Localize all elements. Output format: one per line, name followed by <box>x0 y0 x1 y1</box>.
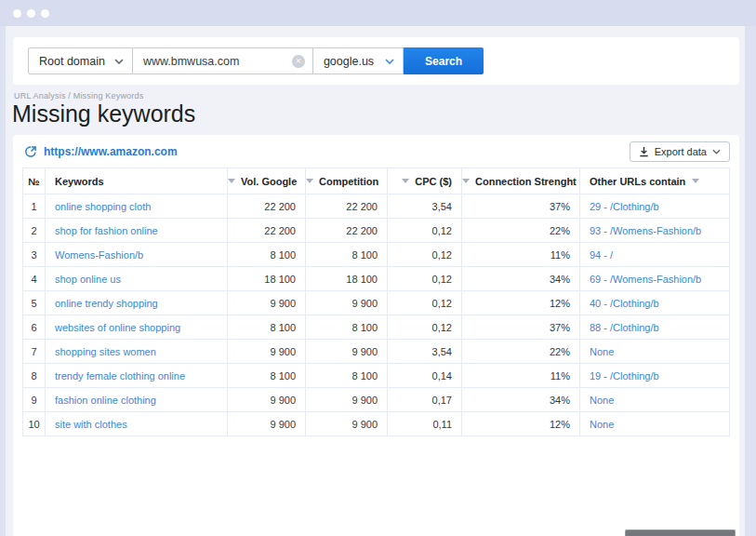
cell-other-urls-link[interactable]: None <box>580 340 730 364</box>
analyzed-url-link[interactable]: https://www.amazon.com <box>24 145 178 158</box>
scope-select[interactable]: Root domain <box>28 47 133 74</box>
cell-keyword-link[interactable]: site with clothes <box>46 412 228 436</box>
cell-cpc: 0,12 <box>388 315 462 340</box>
results-panel: https://www.amazon.com Export data № Key… <box>13 135 739 536</box>
cell-vol-google: 18 100 <box>228 267 306 291</box>
chevron-down-icon <box>114 59 124 64</box>
cell-keyword-link[interactable]: fashion online clothing <box>46 388 228 412</box>
screen-overlay-bar <box>625 529 736 536</box>
search-button[interactable]: Search <box>404 47 484 74</box>
cell-keyword-link[interactable]: shop for fashion online <box>46 219 228 243</box>
cell-cpc: 0,12 <box>388 267 462 291</box>
cell-number: 6 <box>23 315 46 340</box>
cell-competition: 22 200 <box>306 219 388 243</box>
cell-number: 9 <box>23 388 46 412</box>
export-data-button[interactable]: Export data <box>630 141 730 162</box>
table-row: 6 websites of online shopping 8 100 8 10… <box>23 315 730 340</box>
cell-other-urls-link[interactable]: 88 - /Clothing/b <box>580 315 730 340</box>
cell-vol-google: 8 100 <box>228 315 306 340</box>
header-number: № <box>23 168 46 194</box>
chevron-down-icon <box>712 149 721 154</box>
cell-number: 5 <box>23 291 46 315</box>
cell-competition: 9 900 <box>306 388 388 412</box>
sort-icon <box>462 179 470 183</box>
cell-competition: 8 100 <box>306 364 388 388</box>
cell-connection-strength: 11% <box>462 364 580 388</box>
cell-vol-google: 9 900 <box>228 340 306 364</box>
header-label: Connection Strenght <box>475 176 577 187</box>
cell-vol-google: 8 100 <box>228 243 306 267</box>
cell-vol-google: 9 900 <box>228 388 306 412</box>
table-row: 4 shop online us 18 100 18 100 0,12 34% … <box>23 267 730 291</box>
breadcrumb[interactable]: URL Analysis / Missing Keywords <box>14 91 143 100</box>
cell-other-urls-link[interactable]: None <box>580 388 730 412</box>
cell-cpc: 0,12 <box>388 219 462 243</box>
cell-connection-strength: 12% <box>462 291 580 315</box>
header-competition[interactable]: Competition <box>306 168 388 194</box>
page-content: Root domain × google.us Search URL Analy… <box>6 26 745 536</box>
cell-keyword-link[interactable]: Womens-Fashion/b <box>46 243 228 267</box>
analyzed-url-text: https://www.amazon.com <box>44 145 178 158</box>
cell-cpc: 3,54 <box>388 194 462 219</box>
external-link-icon <box>24 145 37 158</box>
cell-number: 3 <box>23 243 46 267</box>
header-label: Competition <box>319 176 378 187</box>
cell-other-urls-link[interactable]: 93 - /Womens-Fashion/b <box>580 219 730 243</box>
sort-icon <box>306 179 313 183</box>
cell-other-urls-link[interactable]: 94 - / <box>580 243 730 267</box>
cell-other-urls-link[interactable]: 40 - /Clothing/b <box>580 291 730 315</box>
cell-keyword-link[interactable]: shop online us <box>46 267 228 291</box>
cell-competition: 9 900 <box>306 412 388 436</box>
window-title-bar <box>0 0 756 26</box>
header-label: Other URLs contain <box>590 176 685 187</box>
table-header-row: № Keywords Vol. Google Competition CPC (… <box>23 168 730 194</box>
cell-competition: 9 900 <box>306 340 388 364</box>
header-connection-strength[interactable]: Connection Strenght <box>462 168 580 194</box>
window-dot-icon <box>13 9 21 18</box>
sort-icon <box>228 179 235 183</box>
cell-connection-strength: 11% <box>462 243 580 267</box>
cell-keyword-link[interactable]: websites of online shopping <box>46 315 228 340</box>
cell-other-urls-link[interactable]: 29 - /Clothing/b <box>580 194 730 219</box>
table-row: 1 online shopping cloth 22 200 22 200 3,… <box>23 194 730 219</box>
table-row: 9 fashion online clothing 9 900 9 900 0,… <box>23 388 730 412</box>
search-panel: Root domain × google.us Search <box>13 37 739 85</box>
header-cpc[interactable]: CPC ($) <box>388 168 462 194</box>
cell-competition: 18 100 <box>306 267 388 291</box>
cell-keyword-link[interactable]: online trendy shopping <box>46 291 228 315</box>
header-vol-google[interactable]: Vol. Google <box>228 168 306 194</box>
scope-select-value: Root domain <box>39 55 105 68</box>
cell-cpc: 0,11 <box>388 412 462 436</box>
table-row: 10 site with clothes 9 900 9 900 0,11 12… <box>23 412 730 436</box>
region-select-value: google.us <box>324 55 374 68</box>
cell-vol-google: 22 200 <box>228 194 306 219</box>
cell-other-urls-link[interactable]: 19 - /Clothing/b <box>580 364 730 388</box>
header-label: Vol. Google <box>241 176 297 187</box>
sort-icon <box>692 179 699 183</box>
clear-input-icon[interactable]: × <box>292 55 305 68</box>
header-other-urls[interactable]: Other URLs contain <box>580 168 730 194</box>
cell-vol-google: 9 900 <box>228 412 306 436</box>
cell-other-urls-link[interactable]: 69 - /Womens-Fashion/b <box>580 267 730 291</box>
cell-number: 4 <box>23 267 46 291</box>
cell-connection-strength: 37% <box>462 194 580 219</box>
region-select[interactable]: google.us <box>313 47 404 74</box>
cell-cpc: 3,54 <box>388 340 462 364</box>
cell-other-urls-link[interactable]: None <box>580 412 730 436</box>
cell-cpc: 0,12 <box>388 291 462 315</box>
cell-cpc: 0,12 <box>388 243 462 267</box>
cell-keyword-link[interactable]: online shopping cloth <box>46 194 228 219</box>
cell-competition: 9 900 <box>306 291 388 315</box>
cell-connection-strength: 34% <box>462 388 580 412</box>
search-query-box: × <box>133 47 313 74</box>
cell-keyword-link[interactable]: trendy female clothing online <box>46 364 228 388</box>
table-row: 3 Womens-Fashion/b 8 100 8 100 0,12 11% … <box>23 243 730 267</box>
window-dot-icon <box>27 9 35 18</box>
cell-keyword-link[interactable]: shopping sites women <box>46 340 228 364</box>
search-input[interactable] <box>143 55 292 68</box>
cell-connection-strength: 22% <box>462 340 580 364</box>
header-keywords: Keywords <box>46 168 228 194</box>
cell-connection-strength: 12% <box>462 412 580 436</box>
cell-number: 8 <box>23 364 46 388</box>
table-row: 7 shopping sites women 9 900 9 900 3,54 … <box>23 340 730 364</box>
